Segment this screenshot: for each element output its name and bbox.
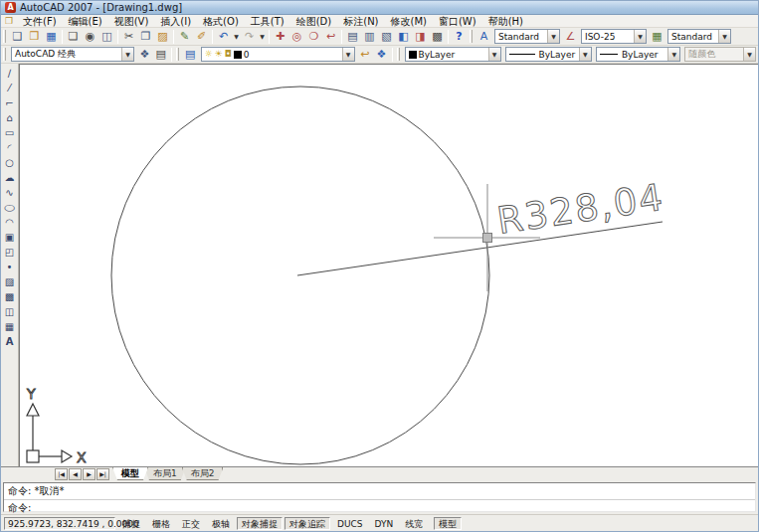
polygon-icon[interactable]: ⌂ [2, 110, 18, 125]
redo-dropdown-icon[interactable]: ▼ [258, 29, 267, 45]
otrack-toggle[interactable]: 对象追踪 [285, 517, 330, 530]
layer-on-icon[interactable]: ☼ [205, 48, 213, 61]
combo-arrow-icon[interactable]: ▼ [547, 30, 559, 43]
layer-combo[interactable]: ☼ ☀ ◘ 0 ▼ [201, 47, 355, 62]
drawing-window-icon[interactable]: ❐ [3, 15, 15, 27]
toolbar-grip[interactable] [470, 30, 473, 43]
layer-color-swatch[interactable] [234, 51, 242, 59]
tab-last-icon[interactable]: ▶| [96, 468, 109, 480]
ducs-toggle[interactable]: DUCS [332, 517, 368, 530]
pan-icon[interactable]: ✚ [272, 29, 288, 45]
properties-palette-icon[interactable]: ▤ [344, 29, 361, 45]
arc-icon[interactable]: ◜ [2, 140, 18, 155]
workspace-combo[interactable]: AutoCAD 经典 ▼ [11, 47, 134, 62]
line-icon[interactable]: ∕ [2, 66, 18, 81]
make-block-icon[interactable]: ◰ [2, 245, 18, 260]
zoom-previous-icon[interactable]: ↩ [322, 29, 339, 45]
layer-properties-icon[interactable]: ▤ [182, 47, 198, 63]
ellipse-icon[interactable]: ◯ [2, 200, 18, 215]
dyn-toggle[interactable]: DYN [370, 517, 399, 530]
layer-states-icon[interactable]: ❖ [373, 47, 389, 63]
gradient-icon[interactable]: ▩ [2, 289, 18, 304]
combo-arrow-icon[interactable]: ▼ [634, 30, 646, 43]
toolbar-grip[interactable] [3, 48, 6, 61]
spline-icon[interactable]: ∿ [2, 185, 18, 200]
tab-first-icon[interactable]: |◀ [55, 468, 68, 480]
undo-icon[interactable]: ↶ [215, 29, 232, 45]
redo-icon[interactable]: ↷ [241, 29, 258, 45]
workspace-save-icon[interactable]: ▤ [153, 47, 169, 63]
combo-arrow-icon[interactable]: ▼ [579, 48, 591, 61]
markup-manager-icon[interactable]: ◨ [412, 29, 429, 45]
hatch-icon[interactable]: ▨ [2, 274, 18, 289]
paste-icon[interactable]: ▨ [154, 29, 171, 45]
zoom-realtime-icon[interactable]: ◎ [288, 29, 305, 45]
mtext-icon[interactable]: A [2, 334, 18, 349]
layer-previous-icon[interactable]: ↩ [357, 47, 373, 63]
help-icon[interactable]: ? [451, 29, 468, 45]
tab-model[interactable]: 模型 [112, 467, 148, 480]
combo-arrow-icon[interactable]: ▼ [718, 30, 730, 43]
menu-modify[interactable]: 修改(M) [385, 15, 433, 28]
combo-arrow-icon[interactable]: ▼ [667, 48, 679, 61]
designcenter-icon[interactable]: ▥ [361, 29, 378, 45]
rectangle-icon[interactable]: ▭ [2, 125, 18, 140]
menu-edit[interactable]: 编辑(E) [63, 15, 108, 28]
point-icon[interactable]: • [2, 260, 18, 274]
combo-arrow-icon[interactable]: ▼ [488, 48, 500, 61]
dim-style-combo[interactable]: ISO-25 ▼ [581, 29, 647, 44]
menu-help[interactable]: 帮助(H) [482, 15, 529, 28]
coordinates-readout[interactable]: 925.9723, 832.7419 , 0.0000 [4, 517, 115, 530]
polar-toggle[interactable]: 极轴 [207, 517, 235, 530]
table-style-icon[interactable]: ▦ [649, 29, 665, 45]
snap-toggle[interactable]: 捕捉 [117, 517, 145, 530]
plot-icon[interactable]: ❏ [65, 29, 82, 45]
osnap-toggle[interactable]: 对象捕捉 [237, 517, 283, 530]
menu-draw[interactable]: 绘图(D) [290, 15, 338, 28]
undo-dropdown-icon[interactable]: ▼ [232, 29, 241, 45]
toolbar-grip[interactable] [397, 48, 400, 61]
menu-view[interactable]: 视图(V) [108, 15, 155, 28]
layer-lock-icon[interactable]: ◘ [225, 48, 232, 61]
tab-layout1[interactable]: 布局1 [144, 467, 186, 480]
tab-next-icon[interactable]: ▶ [83, 468, 95, 480]
tool-palettes-icon[interactable]: ▧ [378, 29, 395, 45]
circle-icon[interactable]: ○ [2, 155, 18, 170]
plot-preview-icon[interactable]: ◉ [82, 29, 98, 45]
region-icon[interactable]: ◫ [2, 304, 18, 319]
layer-freeze-icon[interactable]: ☀ [215, 48, 223, 61]
construction-line-icon[interactable]: ⁄ [2, 81, 18, 95]
insert-block-icon[interactable]: ▣ [2, 230, 18, 245]
menu-insert[interactable]: 插入(I) [154, 15, 197, 28]
workspace-settings-icon[interactable]: ❖ [136, 47, 152, 63]
ortho-toggle[interactable]: 正交 [177, 517, 205, 530]
copy-icon[interactable]: ❐ [137, 29, 154, 45]
cut-icon[interactable]: ✂ [120, 29, 137, 45]
menu-format[interactable]: 格式(O) [197, 15, 245, 28]
text-style-combo[interactable]: Standard ▼ [494, 29, 560, 44]
toolbar-grip[interactable] [3, 30, 6, 43]
menu-file[interactable]: 文件(F) [17, 15, 63, 28]
open-icon[interactable]: ❒ [26, 29, 43, 45]
menu-dimension[interactable]: 标注(N) [337, 15, 384, 28]
text-style-icon[interactable]: A [475, 29, 492, 45]
dim-style-icon[interactable]: ∠ [562, 29, 579, 45]
menu-tools[interactable]: 工具(T) [245, 15, 290, 28]
combo-arrow-icon[interactable]: ▼ [121, 48, 133, 61]
grid-toggle[interactable]: 栅格 [147, 517, 175, 530]
model-space-toggle[interactable]: 模型 [434, 517, 462, 530]
toolbar-grip[interactable] [176, 48, 179, 61]
block-editor-icon[interactable]: ✐ [193, 29, 210, 45]
linetype-combo[interactable]: ByLayer ▼ [505, 47, 592, 62]
drawing-canvas[interactable]: R328,04 Y X [19, 64, 758, 466]
ellipse-arc-icon[interactable]: ◠ [2, 215, 18, 230]
color-combo[interactable]: ByLayer ▼ [405, 47, 501, 62]
revision-cloud-icon[interactable]: ☁ [2, 170, 18, 185]
lineweight-combo[interactable]: ByLayer ▼ [596, 47, 680, 62]
polyline-icon[interactable]: ⌐ [2, 95, 18, 110]
match-properties-icon[interactable]: ✎ [176, 29, 193, 45]
lineweight-toggle[interactable]: 线宽 [400, 517, 428, 530]
sheetset-manager-icon[interactable]: ◧ [395, 29, 412, 45]
new-icon[interactable]: ❑ [9, 29, 26, 45]
tab-layout2[interactable]: 布局2 [182, 467, 224, 480]
